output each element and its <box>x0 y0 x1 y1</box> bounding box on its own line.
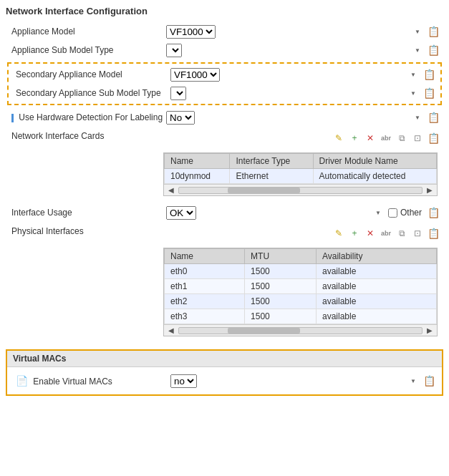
interface-usage-edit-icon[interactable]: 📋 <box>426 205 440 220</box>
table-row[interactable]: eth1 1500 available <box>165 279 437 294</box>
pi-row-availability: available <box>316 309 436 324</box>
pi-doc-edit-icon[interactable]: 📋 <box>426 226 440 241</box>
table-row[interactable]: eth3 1500 available <box>165 309 437 324</box>
pi-row-availability: available <box>316 279 436 294</box>
physical-interfaces-field: ✎ + ✕ abr ⧉ ⊡ 📋 Name MTU Availability <box>166 225 440 338</box>
hardware-detection-select[interactable]: No <box>166 111 195 125</box>
pi-table: Name MTU Availability eth0 1500 availabl… <box>164 248 437 324</box>
interface-usage-field: OK Other 📋 <box>166 205 440 220</box>
secondary-model-section: Secondary Appliance Model VF1000 📋 Secon… <box>7 62 442 105</box>
hardware-detection-field: No 📋 <box>166 110 440 125</box>
pi-delete-icon[interactable]: ✕ <box>363 226 377 241</box>
enable-virtual-macs-select-wrapper[interactable]: no <box>170 374 419 388</box>
pi-row-name: eth3 <box>165 309 245 324</box>
blue-doc-icon: 📄 <box>16 375 28 387</box>
nic-col-driver: Driver Module Name <box>313 154 436 169</box>
table-row[interactable]: eth2 1500 available <box>165 294 437 309</box>
nic-row-interface-type: Ethernet <box>230 169 313 184</box>
secondary-appliance-model-select[interactable]: VF1000 <box>170 68 220 82</box>
secondary-appliance-model-row: Secondary Appliance Model VF1000 📋 <box>10 65 439 84</box>
nic-abr-icon[interactable]: abr <box>379 131 393 145</box>
appliance-model-select[interactable]: VF1000 <box>166 25 216 39</box>
secondary-appliance-sub-model-select[interactable] <box>170 87 186 100</box>
secondary-appliance-model-label: Secondary Appliance Model <box>13 69 170 79</box>
hardware-detection-select-wrapper[interactable]: No <box>166 111 423 125</box>
nic-paste-icon[interactable]: ⊡ <box>410 131 425 145</box>
pi-scrollbar: ◀ ▶ <box>164 324 437 336</box>
pi-row-mtu: 1500 <box>245 294 317 309</box>
enable-virtual-macs-row: 📄 Enable Virtual MACs no 📋 <box>10 371 439 390</box>
nic-row-name: 10dynmod <box>165 169 230 184</box>
nic-add-icon[interactable]: + <box>347 131 362 145</box>
nic-scroll-left[interactable]: ◀ <box>167 186 175 194</box>
nic-scroll-track[interactable] <box>178 187 423 194</box>
section-title: Network Interface Configuration <box>6 6 443 16</box>
virtual-macs-header: Virtual MACs <box>7 351 442 367</box>
main-container: Network Interface Configuration Applianc… <box>0 0 449 476</box>
appliance-model-select-wrapper[interactable]: VF1000 <box>166 25 423 39</box>
secondary-appliance-model-edit-icon[interactable]: 📋 <box>422 67 436 82</box>
nic-col-name: Name <box>165 154 230 169</box>
virtual-macs-section: Virtual MACs 📄 Enable Virtual MACs no 📋 <box>6 349 443 396</box>
pi-toolbar: ✎ + ✕ abr ⧉ ⊡ 📋 <box>166 225 440 242</box>
interface-usage-select-wrapper[interactable]: OK <box>166 206 384 220</box>
other-label: Other <box>400 208 422 218</box>
pi-row-availability: available <box>316 294 436 309</box>
nic-edit-icon[interactable]: ✎ <box>332 131 346 145</box>
appliance-sub-model-edit-icon[interactable]: 📋 <box>426 43 440 57</box>
hardware-detection-edit-icon[interactable]: 📋 <box>426 110 440 125</box>
secondary-appliance-model-select-wrapper[interactable]: VF1000 <box>170 68 419 82</box>
pi-col-availability: Availability <box>316 249 436 264</box>
blue-bar-indicator <box>11 114 14 122</box>
hardware-detection-row: Use Hardware Detection For Labeling No 📋 <box>6 108 443 127</box>
secondary-appliance-sub-model-row: Secondary Appliance Sub Model Type 📋 <box>10 84 439 102</box>
nic-copy-icon[interactable]: ⧉ <box>395 131 409 145</box>
pi-table-container: Name MTU Availability eth0 1500 availabl… <box>163 248 438 336</box>
table-row[interactable]: 10dynmod Ethernet Automatically detected <box>165 169 437 184</box>
hardware-detection-label: Use Hardware Detection For Labeling <box>9 112 166 122</box>
pi-col-name: Name <box>165 249 245 264</box>
pi-add-icon[interactable]: + <box>347 226 362 241</box>
pi-row-mtu: 1500 <box>245 264 317 279</box>
other-checkbox-wrapper: Other <box>388 208 422 218</box>
appliance-model-label: Appliance Model <box>9 26 166 37</box>
pi-scroll-track[interactable] <box>178 327 423 334</box>
nic-doc-edit-icon[interactable]: 📋 <box>426 131 440 145</box>
pi-copy-icon[interactable]: ⧉ <box>395 226 409 241</box>
enable-virtual-macs-field: no 📋 <box>170 374 436 388</box>
pi-paste-icon[interactable]: ⊡ <box>410 226 425 241</box>
appliance-sub-model-row: Appliance Sub Model Type 📋 <box>6 41 443 59</box>
pi-scroll-thumb <box>228 328 301 334</box>
appliance-model-field: VF1000 📋 <box>166 24 440 39</box>
nic-delete-icon[interactable]: ✕ <box>363 131 377 145</box>
other-checkbox[interactable] <box>388 208 397 218</box>
pi-col-mtu: MTU <box>245 249 317 264</box>
appliance-model-edit-icon[interactable]: 📋 <box>426 24 440 39</box>
appliance-sub-model-select[interactable] <box>166 44 182 57</box>
interface-usage-label: Interface Usage <box>9 208 166 218</box>
nic-scroll-right[interactable]: ▶ <box>425 186 434 194</box>
pi-row-mtu: 1500 <box>245 279 317 294</box>
table-row[interactable]: eth0 1500 available <box>165 264 437 279</box>
pi-row-name: eth0 <box>165 264 245 279</box>
secondary-appliance-sub-model-select-wrapper[interactable] <box>170 87 419 100</box>
interface-usage-row: Interface Usage OK Other 📋 <box>6 203 443 222</box>
appliance-sub-model-select-wrapper[interactable] <box>166 44 423 57</box>
physical-interfaces-label: Physical Interfaces <box>9 225 166 236</box>
pi-abr-icon[interactable]: abr <box>379 226 393 241</box>
network-interface-cards-field: ✎ + ✕ abr ⧉ ⊡ 📋 Name Interface Type Driv… <box>166 130 440 198</box>
pi-scroll-left[interactable]: ◀ <box>167 326 175 334</box>
pi-scroll-right[interactable]: ▶ <box>425 326 434 334</box>
interface-usage-select[interactable]: OK <box>166 206 196 220</box>
secondary-appliance-sub-model-label: Secondary Appliance Sub Model Type <box>13 88 170 98</box>
enable-virtual-macs-select[interactable]: no <box>170 374 197 388</box>
secondary-appliance-model-field: VF1000 📋 <box>170 67 436 82</box>
enable-virtual-macs-edit-icon[interactable]: 📋 <box>422 374 436 388</box>
nic-scrollbar: ◀ ▶ <box>164 184 437 195</box>
appliance-model-row: Appliance Model VF1000 📋 <box>6 22 443 41</box>
pi-edit-icon[interactable]: ✎ <box>332 226 346 241</box>
network-interface-cards-label: Network Interface Cards <box>9 130 166 141</box>
nic-table: Name Interface Type Driver Module Name 1… <box>164 153 437 184</box>
pi-row-availability: available <box>316 264 436 279</box>
secondary-appliance-sub-model-edit-icon[interactable]: 📋 <box>422 86 436 100</box>
